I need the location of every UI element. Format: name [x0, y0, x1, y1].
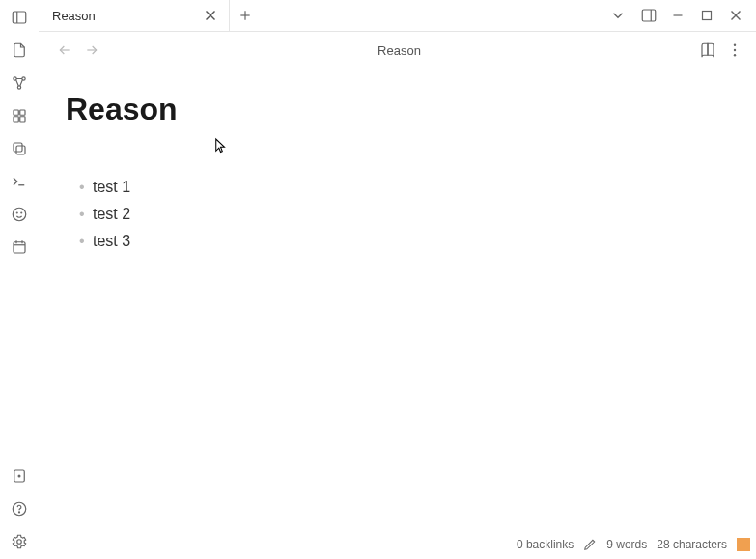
svg-point-13	[16, 212, 17, 213]
gear-icon[interactable]	[8, 530, 31, 553]
status-chars[interactable]: 28 characters	[657, 538, 727, 551]
breadcrumb-title[interactable]: Reason	[108, 43, 690, 58]
svg-point-23	[17, 540, 22, 545]
panel-left-icon[interactable]	[8, 6, 31, 29]
graph-icon[interactable]	[8, 71, 31, 95]
svg-rect-15	[14, 242, 25, 253]
svg-point-38	[734, 54, 736, 56]
chevron-down-icon[interactable]	[603, 2, 632, 29]
list-item[interactable]: test 3	[79, 228, 698, 255]
more-menu-icon[interactable]	[723, 39, 746, 62]
status-swatch[interactable]	[737, 538, 750, 551]
file-add-icon[interactable]	[8, 39, 31, 62]
window-close-button[interactable]	[721, 2, 750, 29]
svg-rect-6	[20, 110, 25, 115]
nav-forward-button[interactable]	[81, 40, 102, 61]
svg-rect-5	[14, 110, 18, 115]
note-title[interactable]: Reason	[66, 92, 698, 127]
bullet-list[interactable]: test 1 test 2 test 3	[66, 174, 698, 255]
panel-right-icon[interactable]	[634, 2, 663, 29]
help-icon[interactable]	[8, 497, 31, 520]
status-bar: 0 backlinks 9 words 28 characters	[517, 538, 750, 551]
svg-rect-7	[14, 117, 18, 122]
window-maximize-button[interactable]	[692, 2, 721, 29]
svg-rect-8	[20, 117, 25, 122]
subheader: Reason	[39, 32, 756, 69]
calendar-icon[interactable]	[8, 236, 31, 259]
svg-point-20	[18, 475, 20, 477]
nav-back-button[interactable]	[54, 40, 75, 61]
svg-rect-10	[14, 143, 22, 152]
tab-reason[interactable]: Reason	[39, 0, 230, 31]
copy-icon[interactable]	[8, 137, 31, 160]
vault-icon[interactable]	[8, 464, 31, 488]
svg-point-14	[21, 212, 22, 213]
svg-point-37	[734, 49, 736, 51]
emoji-icon[interactable]	[8, 203, 31, 226]
tab-label: Reason	[52, 9, 194, 23]
svg-point-22	[18, 512, 19, 513]
list-item[interactable]: test 2	[79, 201, 698, 228]
new-tab-button[interactable]	[230, 0, 261, 31]
pencil-icon[interactable]	[583, 538, 597, 551]
list-item[interactable]: test 1	[79, 174, 698, 201]
svg-point-4	[17, 86, 20, 89]
svg-rect-31	[703, 12, 712, 20]
status-words[interactable]: 9 words	[606, 538, 647, 551]
grid-icon[interactable]	[8, 104, 31, 127]
svg-point-12	[13, 208, 26, 221]
activity-bar	[0, 0, 39, 559]
titlebar: Reason	[39, 0, 756, 32]
terminal-icon[interactable]	[8, 170, 31, 193]
close-icon[interactable]	[202, 7, 219, 24]
status-backlinks[interactable]: 0 backlinks	[517, 538, 574, 551]
svg-rect-0	[13, 12, 26, 23]
svg-rect-28	[642, 10, 656, 21]
svg-rect-9	[16, 146, 25, 154]
svg-point-36	[734, 44, 736, 46]
window-minimize-button[interactable]	[663, 2, 692, 29]
reading-mode-icon[interactable]	[696, 39, 719, 62]
editor-pane[interactable]: Reason test 1 test 2 test 3	[39, 69, 756, 559]
